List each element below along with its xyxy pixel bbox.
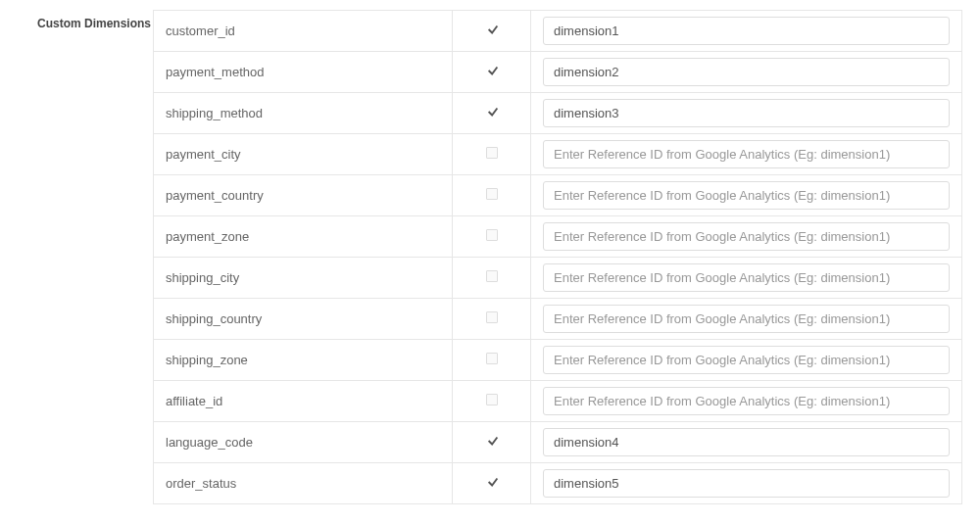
dimension-checkbox-cell (453, 134, 531, 175)
checkbox-icon[interactable] (486, 311, 498, 323)
dimension-name: language_code (154, 422, 453, 463)
table-row: payment_city (154, 134, 962, 175)
check-icon[interactable] (486, 23, 498, 34)
dimension-checkbox-cell (453, 463, 531, 504)
reference-id-input[interactable] (543, 469, 950, 498)
table-row: customer_id (154, 11, 962, 52)
table-row: shipping_zone (154, 340, 962, 381)
reference-id-input[interactable] (543, 17, 950, 45)
dimension-checkbox-cell (453, 11, 531, 52)
checkbox-icon[interactable] (486, 188, 498, 200)
check-icon[interactable] (486, 434, 498, 446)
reference-id-input[interactable] (543, 222, 950, 251)
dimension-checkbox-cell (453, 93, 531, 134)
dimension-input-cell (531, 299, 962, 340)
dimension-checkbox-cell (453, 340, 531, 381)
dimension-checkbox-cell (453, 381, 531, 422)
dimension-checkbox-cell (453, 258, 531, 299)
dimension-checkbox-cell (453, 216, 531, 258)
reference-id-input[interactable] (543, 140, 950, 168)
dimension-checkbox-cell (453, 52, 531, 93)
dimension-input-cell (531, 216, 962, 258)
section-label: Custom Dimensions (37, 10, 153, 524)
dimension-input-cell (531, 422, 962, 463)
reference-id-input[interactable] (543, 428, 950, 456)
dimension-name: payment_method (154, 52, 453, 93)
table-row: language_code (154, 422, 962, 463)
reference-id-input[interactable] (543, 346, 950, 374)
reference-id-input[interactable] (543, 181, 950, 210)
table-row: payment_method (154, 52, 962, 93)
dimension-name: customer_id (154, 11, 453, 52)
dimension-checkbox-cell (453, 175, 531, 216)
checkbox-icon[interactable] (486, 394, 498, 405)
dimension-input-cell (531, 11, 962, 52)
dimension-checkbox-cell (453, 422, 531, 463)
reference-id-input[interactable] (543, 387, 950, 415)
table-row: shipping_city (154, 258, 962, 299)
dimension-name: payment_city (154, 134, 453, 175)
table-row: shipping_method (154, 93, 962, 134)
check-icon[interactable] (486, 64, 498, 75)
dimension-name: shipping_zone (154, 340, 453, 381)
dimension-name: shipping_country (154, 299, 453, 340)
dimension-name: payment_zone (154, 216, 453, 258)
dimension-input-cell (531, 381, 962, 422)
dimension-name: order_status (154, 463, 453, 504)
checkbox-icon[interactable] (486, 353, 498, 364)
reference-id-input[interactable] (543, 99, 950, 127)
dimension-name: affiliate_id (154, 381, 453, 422)
check-icon[interactable] (486, 475, 498, 487)
reference-id-input[interactable] (543, 263, 950, 292)
checkbox-icon[interactable] (486, 270, 498, 282)
table-row: affiliate_id (154, 381, 962, 422)
dimension-input-cell (531, 52, 962, 93)
dimension-input-cell (531, 463, 962, 504)
dimension-checkbox-cell (453, 299, 531, 340)
table-row: order_status (154, 463, 962, 504)
table-row: shipping_country (154, 299, 962, 340)
dimension-input-cell (531, 258, 962, 299)
table-row: payment_zone (154, 216, 962, 258)
reference-id-input[interactable] (543, 58, 950, 86)
dimension-name: shipping_method (154, 93, 453, 134)
dimension-name: shipping_city (154, 258, 453, 299)
checkbox-icon[interactable] (486, 229, 498, 241)
dimension-input-cell (531, 175, 962, 216)
dimension-name: payment_country (154, 175, 453, 216)
reference-id-input[interactable] (543, 305, 950, 333)
dimension-input-cell (531, 134, 962, 175)
table-row: payment_country (154, 175, 962, 216)
dimension-input-cell (531, 93, 962, 134)
dimension-input-cell (531, 340, 962, 381)
dimensions-table: customer_idpayment_methodshipping_method… (153, 10, 962, 504)
check-icon[interactable] (486, 105, 498, 117)
checkbox-icon[interactable] (486, 147, 498, 159)
